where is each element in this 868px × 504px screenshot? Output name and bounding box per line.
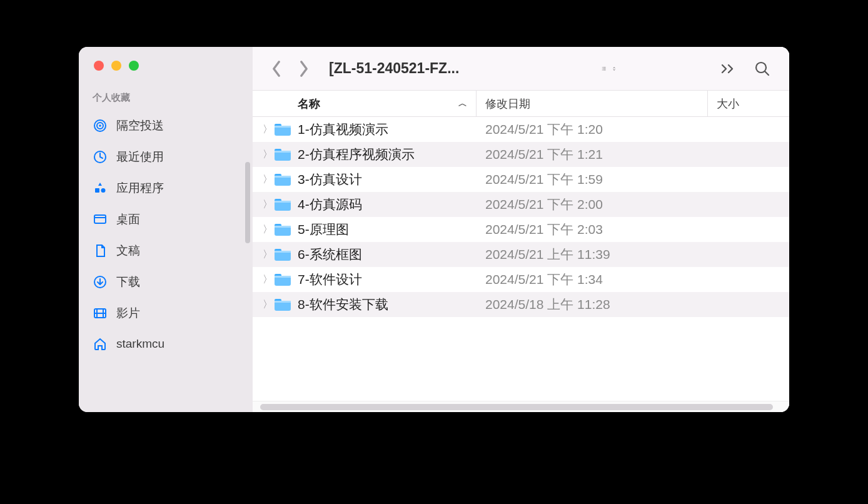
folder-icon bbox=[274, 298, 291, 311]
svg-line-7 bbox=[765, 71, 769, 75]
sidebar-item-desktop[interactable]: 桌面 bbox=[79, 204, 253, 235]
file-date: 2024/5/21 下午 1:34 bbox=[477, 271, 708, 288]
view-options-button[interactable] bbox=[602, 63, 615, 75]
chevron-updown-icon bbox=[613, 63, 615, 75]
file-row[interactable]: 〉4-仿真源码2024/5/21 下午 2:00 bbox=[253, 192, 789, 217]
sidebar-item-download[interactable]: 下载 bbox=[79, 266, 253, 298]
svg-point-2 bbox=[602, 68, 603, 69]
sidebar-item-movie[interactable]: 影片 bbox=[79, 298, 253, 329]
file-name: 7-软件设计 bbox=[298, 271, 477, 288]
sidebar-item-home[interactable]: starkmcu bbox=[79, 329, 253, 359]
file-row[interactable]: 〉2-仿真程序视频演示2024/5/21 下午 1:21 bbox=[253, 142, 789, 167]
chevrons-right-icon bbox=[720, 61, 737, 77]
horizontal-scrollbar[interactable] bbox=[253, 401, 789, 412]
file-row[interactable]: 〉5-原理图2024/5/21 下午 2:03 bbox=[253, 217, 789, 242]
sidebar-item-label: 文稿 bbox=[116, 243, 140, 259]
search-icon bbox=[754, 61, 770, 77]
home-icon bbox=[93, 336, 108, 351]
window-title: [ZL-51-240521-FZ... bbox=[329, 60, 459, 77]
file-list: 〉1-仿真视频演示2024/5/21 下午 1:20〉2-仿真程序视频演示202… bbox=[253, 117, 789, 401]
sidebar-scrollbar[interactable] bbox=[245, 162, 250, 243]
apps-icon bbox=[93, 181, 108, 196]
folder-icon bbox=[274, 123, 291, 136]
folder-icon bbox=[274, 198, 291, 211]
file-date: 2024/5/21 下午 1:59 bbox=[477, 171, 708, 188]
sidebar-item-label: 最近使用 bbox=[116, 149, 164, 165]
scrollbar-thumb[interactable] bbox=[260, 404, 773, 410]
finder-window: 个人收藏 隔空投送最近使用应用程序桌面文稿下载影片starkmcu [ZL-51… bbox=[79, 47, 789, 412]
more-toolbar-button[interactable] bbox=[714, 61, 743, 77]
disclosure-triangle-icon[interactable]: 〉 bbox=[253, 173, 274, 186]
disclosure-triangle-icon[interactable]: 〉 bbox=[253, 148, 274, 161]
disclosure-triangle-icon[interactable]: 〉 bbox=[253, 248, 274, 261]
column-header-name-label: 名称 bbox=[298, 96, 320, 111]
sidebar-item-label: 影片 bbox=[116, 305, 140, 321]
folder-icon bbox=[274, 273, 291, 286]
toolbar: [ZL-51-240521-FZ... bbox=[253, 47, 789, 91]
file-date: 2024/5/21 下午 2:00 bbox=[477, 196, 708, 213]
sidebar-item-label: 桌面 bbox=[116, 211, 140, 228]
sidebar-section-label: 个人收藏 bbox=[79, 92, 253, 104]
column-header-name[interactable]: 名称 ︿ bbox=[253, 91, 477, 116]
disclosure-triangle-icon[interactable]: 〉 bbox=[253, 123, 274, 136]
column-header-size-label: 大小 bbox=[717, 96, 739, 111]
disclosure-triangle-icon[interactable]: 〉 bbox=[253, 223, 274, 236]
back-button[interactable] bbox=[265, 60, 288, 78]
column-header-date[interactable]: 修改日期 bbox=[477, 91, 708, 116]
file-row[interactable]: 〉3-仿真设计2024/5/21 下午 1:59 bbox=[253, 167, 789, 192]
file-row[interactable]: 〉1-仿真视频演示2024/5/21 下午 1:20 bbox=[253, 117, 789, 142]
svg-rect-1 bbox=[603, 67, 605, 68]
file-name: 8-软件安装下载 bbox=[298, 296, 477, 313]
airdrop-icon bbox=[93, 118, 108, 133]
close-button[interactable] bbox=[94, 61, 104, 71]
sidebar-items: 隔空投送最近使用应用程序桌面文稿下载影片starkmcu bbox=[79, 110, 253, 359]
folder-icon bbox=[274, 173, 291, 186]
sidebar-item-document[interactable]: 文稿 bbox=[79, 235, 253, 266]
folder-icon bbox=[274, 248, 291, 261]
file-name: 2-仿真程序视频演示 bbox=[298, 146, 477, 163]
sidebar-item-clock[interactable]: 最近使用 bbox=[79, 141, 253, 173]
file-name: 3-仿真设计 bbox=[298, 171, 477, 188]
download-icon bbox=[93, 275, 108, 290]
sidebar-item-apps[interactable]: 应用程序 bbox=[79, 173, 253, 204]
file-date: 2024/5/21 上午 11:39 bbox=[477, 246, 708, 263]
file-name: 5-原理图 bbox=[298, 221, 477, 238]
disclosure-triangle-icon[interactable]: 〉 bbox=[253, 198, 274, 211]
svg-point-4 bbox=[602, 69, 603, 70]
sort-indicator-icon: ︿ bbox=[458, 98, 467, 109]
folder-icon bbox=[274, 223, 291, 236]
clock-icon bbox=[93, 149, 108, 164]
file-date: 2024/5/21 下午 2:03 bbox=[477, 221, 708, 238]
sidebar: 个人收藏 隔空投送最近使用应用程序桌面文稿下载影片starkmcu bbox=[79, 47, 253, 412]
column-header-date-label: 修改日期 bbox=[485, 96, 530, 111]
file-name: 1-仿真视频演示 bbox=[298, 121, 477, 138]
sidebar-item-label: 隔空投送 bbox=[116, 118, 164, 134]
file-row[interactable]: 〉7-软件设计2024/5/21 下午 1:34 bbox=[253, 267, 789, 292]
zoom-button[interactable] bbox=[129, 61, 139, 71]
window-controls bbox=[79, 61, 253, 71]
sidebar-item-airdrop[interactable]: 隔空投送 bbox=[79, 110, 253, 141]
disclosure-triangle-icon[interactable]: 〉 bbox=[253, 273, 274, 286]
list-view-icon bbox=[602, 66, 607, 71]
document-icon bbox=[93, 243, 108, 258]
file-row[interactable]: 〉6-系统框图2024/5/21 上午 11:39 bbox=[253, 242, 789, 267]
folder-icon bbox=[274, 148, 291, 161]
column-header-size[interactable]: 大小 bbox=[708, 91, 789, 116]
svg-rect-3 bbox=[603, 68, 605, 69]
disclosure-triangle-icon[interactable]: 〉 bbox=[253, 298, 274, 311]
file-name: 6-系统框图 bbox=[298, 246, 477, 263]
minimize-button[interactable] bbox=[111, 61, 121, 71]
desktop-icon bbox=[93, 212, 108, 227]
forward-button[interactable] bbox=[293, 60, 315, 78]
file-date: 2024/5/21 下午 1:20 bbox=[477, 121, 708, 138]
main-pane: [ZL-51-240521-FZ... bbox=[253, 47, 789, 412]
movie-icon bbox=[93, 306, 108, 321]
svg-point-0 bbox=[602, 67, 603, 68]
sidebar-item-label: starkmcu bbox=[116, 337, 164, 351]
file-row[interactable]: 〉8-软件安装下载2024/5/18 上午 11:28 bbox=[253, 292, 789, 317]
file-date: 2024/5/21 下午 1:21 bbox=[477, 146, 708, 163]
svg-rect-5 bbox=[603, 69, 605, 70]
sidebar-item-label: 下载 bbox=[116, 274, 140, 290]
search-button[interactable] bbox=[748, 61, 777, 77]
column-headers: 名称 ︿ 修改日期 大小 bbox=[253, 91, 789, 117]
